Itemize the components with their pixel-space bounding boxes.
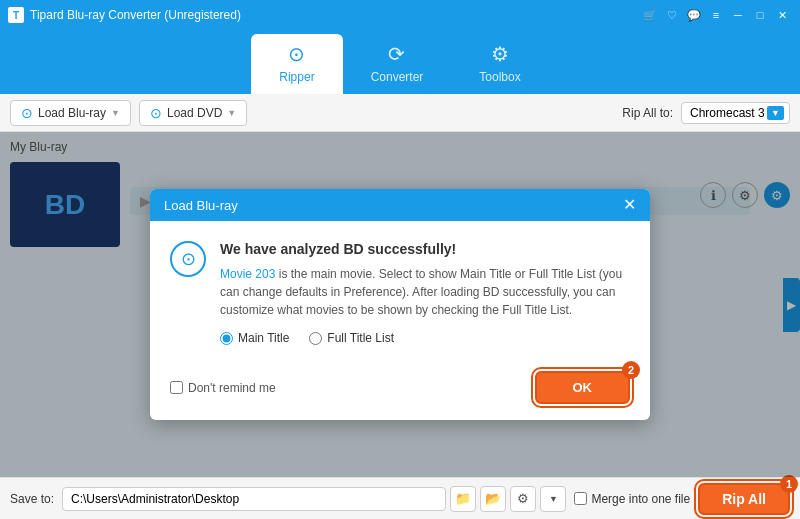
browse-folder-btn[interactable]: 📁	[450, 486, 476, 512]
rip-all-badge: 1	[780, 475, 798, 493]
modal-overlay: Load Blu-ray ✕ ⊙ We have analyzed BD suc…	[0, 132, 800, 477]
titlebar-controls: 🛒 ♡ 💬 ≡ ─ □ ✕	[640, 5, 792, 25]
dvd-icon: ⊙	[150, 105, 162, 121]
load-dvd-label: Load DVD	[167, 106, 222, 120]
modal-description: Movie 203 is the main movie. Select to s…	[220, 265, 630, 319]
radio-main-title[interactable]	[220, 332, 233, 345]
menu-icon[interactable]: ≡	[706, 5, 726, 25]
load-dvd-btn[interactable]: ⊙ Load DVD ▼	[139, 100, 247, 126]
option-main-title[interactable]: Main Title	[220, 331, 289, 345]
merge-checkbox[interactable]	[574, 492, 587, 505]
browse-btn[interactable]: 📂	[480, 486, 506, 512]
ok-badge: 2	[622, 361, 640, 379]
modal-success-title: We have analyzed BD successfully!	[220, 241, 630, 257]
rip-all-to-section: Rip All to: Chromecast 3	[622, 102, 790, 124]
modal-footer: Don't remind me OK 2	[150, 361, 650, 420]
tab-converter-label: Converter	[371, 70, 424, 84]
rip-all-to-label: Rip All to:	[622, 106, 673, 120]
toolbar: ⊙ Load Blu-ray ▼ ⊙ Load DVD ▼ Rip All to…	[0, 94, 800, 132]
toolbox-icon: ⚙	[491, 42, 509, 66]
save-path-input[interactable]	[62, 487, 446, 511]
chat-icon[interactable]: 💬	[684, 5, 704, 25]
app-icon: T	[8, 7, 24, 23]
load-bluray-arrow[interactable]: ▼	[111, 108, 120, 118]
option-full-title-label: Full Title List	[327, 331, 394, 345]
merge-wrap[interactable]: Merge into one file	[574, 492, 690, 506]
radio-full-title[interactable]	[309, 332, 322, 345]
option-full-title[interactable]: Full Title List	[309, 331, 394, 345]
modal-text: We have analyzed BD successfully! Movie …	[220, 241, 630, 345]
modal-desc-text: is the main movie. Select to show Main T…	[220, 267, 622, 317]
tab-ripper-label: Ripper	[279, 70, 314, 84]
tab-converter[interactable]: ⟳ Converter	[343, 34, 452, 94]
load-bluray-btn[interactable]: ⊙ Load Blu-ray ▼	[10, 100, 131, 126]
bottom-bar: Save to: 📁 📂 ⚙ ▼ Merge into one file Rip…	[0, 477, 800, 519]
dont-remind-checkbox[interactable]	[170, 381, 183, 394]
settings-down-btn[interactable]: ▼	[540, 486, 566, 512]
tab-toolbox-label: Toolbox	[479, 70, 520, 84]
converter-icon: ⟳	[388, 42, 405, 66]
modal-highlight: Movie 203	[220, 267, 275, 281]
maximize-icon[interactable]: □	[750, 5, 770, 25]
cart-icon[interactable]: 🛒	[640, 5, 660, 25]
option-main-title-label: Main Title	[238, 331, 289, 345]
save-label: Save to:	[10, 492, 54, 506]
settings-gear-btn[interactable]: ⚙	[510, 486, 536, 512]
modal-close-btn[interactable]: ✕	[623, 197, 636, 213]
load-dvd-arrow[interactable]: ▼	[227, 108, 236, 118]
heart-icon[interactable]: ♡	[662, 5, 682, 25]
close-icon[interactable]: ✕	[772, 5, 792, 25]
tab-ripper[interactable]: ⊙ Ripper	[251, 34, 342, 94]
ripper-icon: ⊙	[288, 42, 305, 66]
minimize-icon[interactable]: ─	[728, 5, 748, 25]
modal-body: ⊙ We have analyzed BD successfully! Movi…	[150, 221, 650, 361]
tab-toolbox[interactable]: ⚙ Toolbox	[451, 34, 548, 94]
success-icon: ⊙	[170, 241, 206, 277]
main-content: My Blu-ray BD ▶ Movie 203 ✎ ℹ ⚙ ⚙ ▶ Load…	[0, 132, 800, 477]
load-bluray-label: Load Blu-ray	[38, 106, 106, 120]
rip-all-wrap: Rip All 1	[698, 483, 790, 515]
ok-btn-wrap: OK 2	[535, 371, 631, 404]
titlebar: T Tipard Blu-ray Converter (Unregistered…	[0, 0, 800, 30]
app-title: Tipard Blu-ray Converter (Unregistered)	[30, 8, 640, 22]
modal-title: Load Blu-ray	[164, 198, 238, 213]
ok-button[interactable]: OK	[535, 371, 631, 404]
merge-label: Merge into one file	[591, 492, 690, 506]
rip-all-to-select[interactable]: Chromecast 3	[681, 102, 790, 124]
dont-remind-wrap[interactable]: Don't remind me	[170, 381, 276, 395]
rip-all-button[interactable]: Rip All	[698, 483, 790, 515]
modal-header: Load Blu-ray ✕	[150, 189, 650, 221]
load-bluray-modal: Load Blu-ray ✕ ⊙ We have analyzed BD suc…	[150, 189, 650, 420]
dont-remind-label: Don't remind me	[188, 381, 276, 395]
modal-options: Main Title Full Title List	[220, 331, 630, 345]
bluray-icon: ⊙	[21, 105, 33, 121]
nav-tabs: ⊙ Ripper ⟳ Converter ⚙ Toolbox	[0, 30, 800, 94]
save-input-wrap: 📁 📂 ⚙ ▼	[62, 486, 566, 512]
rip-all-to-select-wrap[interactable]: Chromecast 3	[681, 102, 790, 124]
